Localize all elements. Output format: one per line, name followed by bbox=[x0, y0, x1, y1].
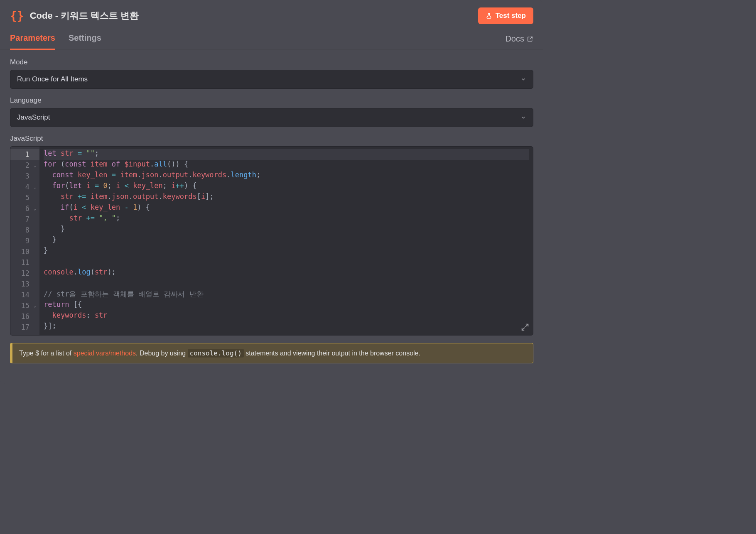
gutter-line: 5 bbox=[10, 192, 39, 203]
code-line[interactable]: let str = ""; bbox=[44, 149, 529, 160]
chevron-down-icon bbox=[520, 76, 526, 82]
language-label: Language bbox=[10, 96, 533, 105]
code-line[interactable] bbox=[44, 279, 529, 289]
mode-field: Mode Run Once for All Items bbox=[10, 58, 533, 89]
gutter-line: 9 bbox=[10, 235, 39, 246]
gutter-line: 4⌄ bbox=[10, 181, 39, 192]
code-line[interactable]: } bbox=[44, 235, 529, 246]
tab-settings[interactable]: Settings bbox=[69, 28, 101, 50]
gutter-line: 16 bbox=[10, 311, 39, 322]
gutter-line: 17 bbox=[10, 322, 39, 333]
hint-middle: . Debug by using bbox=[136, 350, 188, 357]
docs-label: Docs bbox=[505, 34, 524, 44]
gutter-line: 15⌄ bbox=[10, 300, 39, 311]
flask-icon bbox=[486, 12, 492, 20]
gutter-line: 12 bbox=[10, 268, 39, 279]
code-line[interactable]: console.log(str); bbox=[44, 268, 529, 279]
parameters-content: Mode Run Once for All Items Language Jav… bbox=[0, 50, 543, 384]
code-line[interactable]: for (const item of $input.all()) { bbox=[44, 160, 529, 171]
code-line[interactable]: return [{ bbox=[44, 300, 529, 311]
hint-code: console.log() bbox=[188, 349, 244, 358]
gutter-line: 14 bbox=[10, 289, 39, 300]
panel-title: Code - 키워드 텍스트 변환 bbox=[30, 10, 139, 22]
mode-select[interactable]: Run Once for All Items bbox=[10, 70, 533, 89]
code-line[interactable]: str += item.json.output.keywords[i]; bbox=[44, 192, 529, 203]
gutter-line: 1 bbox=[10, 149, 39, 160]
code-line[interactable]: str += ", "; bbox=[44, 214, 529, 225]
expand-icon[interactable] bbox=[520, 323, 530, 332]
code-line[interactable]: } bbox=[44, 246, 529, 257]
gutter-line: 8 bbox=[10, 225, 39, 235]
gutter-line: 2⌄ bbox=[10, 160, 39, 171]
language-value: JavaScript bbox=[17, 113, 50, 122]
code-line[interactable]: keywords: str bbox=[44, 311, 529, 322]
hint-box: Type $ for a list of special vars/method… bbox=[10, 343, 533, 363]
code-editor[interactable]: 12⌄34⌄56⌄789101112131415⌄1617 let str = … bbox=[10, 146, 533, 336]
code-line[interactable]: }]; bbox=[44, 322, 529, 333]
tab-parameters[interactable]: Parameters bbox=[10, 28, 55, 50]
mode-value: Run Once for All Items bbox=[17, 75, 88, 83]
code-label: JavaScript bbox=[10, 135, 533, 143]
code-line[interactable]: for(let i = 0; i < key_len; i++) { bbox=[44, 181, 529, 192]
tabs-row: Parameters Settings Docs bbox=[0, 28, 543, 50]
hint-prefix: Type $ for a list of bbox=[19, 350, 74, 357]
code-line[interactable]: // str을 포함하는 객체를 배열로 감싸서 반환 bbox=[44, 289, 529, 300]
code-node-panel: {} Code - 키워드 텍스트 변환 Test step Parameter… bbox=[0, 0, 543, 384]
gutter-line: 3 bbox=[10, 171, 39, 181]
code-field: JavaScript 12⌄34⌄56⌄789101112131415⌄1617… bbox=[10, 135, 533, 336]
gutter-line: 11 bbox=[10, 257, 39, 268]
language-select[interactable]: JavaScript bbox=[10, 108, 533, 127]
code-braces-icon: {} bbox=[10, 9, 24, 23]
code-line[interactable]: const key_len = item.json.output.keyword… bbox=[44, 171, 529, 181]
hint-suffix: statements and viewing their output in t… bbox=[244, 350, 420, 357]
test-step-label: Test step bbox=[496, 12, 526, 20]
editor-code-area[interactable]: let str = "";for (const item of $input.a… bbox=[39, 147, 533, 335]
hint-link[interactable]: special vars/methods bbox=[74, 350, 136, 357]
header-left: {} Code - 키워드 텍스트 변환 bbox=[10, 9, 139, 23]
chevron-down-icon bbox=[520, 115, 526, 120]
gutter-line: 10 bbox=[10, 246, 39, 257]
tabs: Parameters Settings bbox=[10, 28, 101, 49]
panel-header: {} Code - 키워드 텍스트 변환 Test step bbox=[0, 0, 543, 28]
code-line[interactable]: if(i < key_len - 1) { bbox=[44, 203, 529, 214]
external-link-icon bbox=[527, 36, 533, 42]
gutter-line: 7 bbox=[10, 214, 39, 225]
editor-gutter: 12⌄34⌄56⌄789101112131415⌄1617 bbox=[10, 147, 39, 335]
gutter-line: 6⌄ bbox=[10, 203, 39, 214]
test-step-button[interactable]: Test step bbox=[478, 7, 533, 24]
language-field: Language JavaScript bbox=[10, 96, 533, 127]
gutter-line: 13 bbox=[10, 279, 39, 289]
code-line[interactable]: } bbox=[44, 225, 529, 235]
code-line[interactable] bbox=[44, 257, 529, 268]
docs-link[interactable]: Docs bbox=[505, 34, 533, 44]
mode-label: Mode bbox=[10, 58, 533, 66]
